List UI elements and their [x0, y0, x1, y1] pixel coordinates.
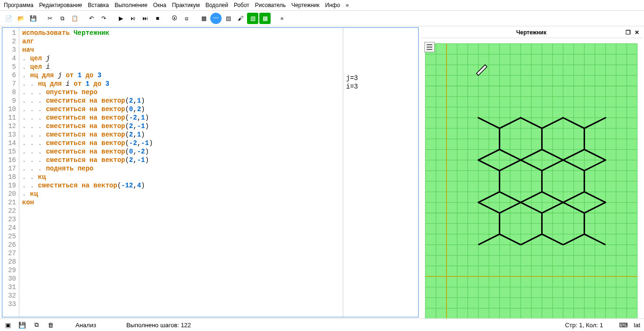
menu-редактирование[interactable]: Редактирование	[39, 2, 82, 8]
redo-icon[interactable]: ↷	[98, 13, 109, 24]
save-file-icon[interactable]: 💾	[27, 13, 39, 24]
line-gutter: 1234567891011121314151617181920212223242…	[2, 28, 19, 317]
new-file-icon[interactable]: 📄	[3, 13, 14, 24]
console-icon[interactable]: ▣	[4, 321, 12, 329]
editor-area: 1234567891011121314151617181920212223242…	[2, 27, 419, 317]
menu-инфо[interactable]: Инфо	[325, 2, 340, 8]
wave-icon[interactable]: 〰	[210, 13, 222, 24]
clear-icon[interactable]: 🗑	[46, 321, 55, 329]
more-icon[interactable]: »	[276, 13, 288, 24]
breakpoint-icon[interactable]: ⦿	[169, 13, 180, 24]
trace-icon[interactable]: ⧇	[181, 13, 192, 24]
open-file-icon[interactable]: 📂	[15, 13, 26, 24]
menu-робот[interactable]: Робот	[234, 2, 249, 8]
drafter-canvas[interactable]	[421, 38, 642, 318]
menu-водолей[interactable]: Водолей	[206, 2, 228, 8]
brush-icon[interactable]: 🖌	[235, 13, 246, 24]
menu-»[interactable]: »	[346, 2, 349, 8]
drafter-header: Чертежник ❐ ✕	[421, 27, 642, 38]
maximize-icon[interactable]: ❐	[626, 29, 631, 36]
canvas-menu-icon[interactable]	[424, 42, 435, 52]
step-over-icon[interactable]: ⏭	[140, 13, 151, 24]
grid-icon[interactable]: ▤	[223, 13, 234, 24]
menu-вставка[interactable]: Вставка	[88, 2, 109, 8]
copy-icon[interactable]: ⧉	[57, 13, 68, 24]
menu-программа[interactable]: Программа	[4, 2, 33, 8]
paste-icon[interactable]: 📋	[69, 13, 80, 24]
status-position: Стр: 1, Кол: 1	[565, 322, 603, 329]
drafter-title: Чертежник	[516, 29, 546, 36]
menu-рисователь[interactable]: Рисователь	[255, 2, 286, 8]
keyboard-icon[interactable]: ⌨	[619, 322, 628, 329]
menubar: ПрограммаРедактированиеВставкаВыполнение…	[0, 0, 644, 11]
close-icon[interactable]: ✕	[635, 29, 639, 36]
main-area: 1234567891011121314151617181920212223242…	[0, 26, 644, 318]
window1-icon[interactable]: ▦	[198, 13, 209, 24]
green1-icon[interactable]: ▧	[247, 13, 258, 24]
status-steps: Выполнено шагов: 122	[126, 322, 191, 329]
run-step-icon[interactable]: ⏯	[127, 13, 139, 24]
copy-icon[interactable]: ⧉	[32, 321, 41, 329]
drafter-canvas-wrap	[421, 38, 642, 318]
status-analysis[interactable]: Анализ	[75, 322, 96, 329]
undo-icon[interactable]: ↶	[86, 13, 97, 24]
code-editor[interactable]: использовать Чертежникалгнач. цел j. цел…	[19, 28, 343, 317]
variable-watch: j=3i=3	[343, 28, 418, 317]
menu-окна[interactable]: Окна	[153, 2, 166, 8]
menu-выполнение[interactable]: Выполнение	[115, 2, 148, 8]
run-icon[interactable]: ▶	[115, 13, 126, 24]
cut-icon[interactable]: ✂	[44, 13, 56, 24]
menu-практикум[interactable]: Практикум	[172, 2, 200, 8]
menu-чертежник[interactable]: Чертежник	[291, 2, 320, 8]
statusbar: ▣ 💾 ⧉ 🗑 Анализ Выполнено шагов: 122 Стр:…	[0, 318, 644, 331]
drafter-panel: Чертежник ❐ ✕	[421, 27, 642, 317]
save-icon[interactable]: 💾	[18, 321, 26, 329]
status-layout: lat	[634, 322, 640, 329]
toolbar: 📄📂💾✂⧉📋↶↷▶⏯⏭■⦿⧇▦〰▤🖌▧▩»	[0, 11, 644, 26]
green2-icon[interactable]: ▩	[259, 13, 271, 24]
stop-icon[interactable]: ■	[152, 13, 163, 24]
